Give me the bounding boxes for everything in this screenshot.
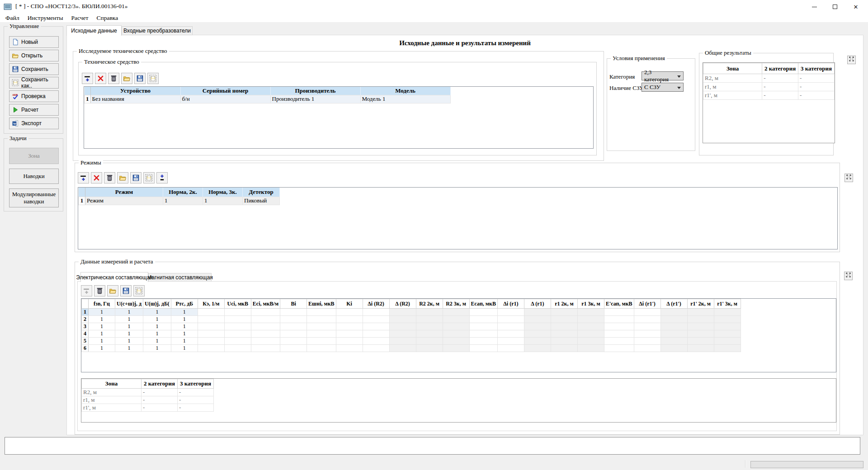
- table-cell[interactable]: [251, 338, 280, 345]
- table-cell[interactable]: [604, 330, 634, 338]
- plus-minus-button[interactable]: [156, 172, 168, 183]
- table-cell[interactable]: [363, 309, 389, 316]
- save-as-button[interactable]: [133, 285, 145, 296]
- table-cell[interactable]: [660, 330, 687, 338]
- save-button[interactable]: [120, 285, 132, 296]
- szu-dropdown[interactable]: С СЗУ: [642, 83, 684, 92]
- table-cell[interactable]: [443, 309, 469, 316]
- table-cell[interactable]: [714, 309, 741, 316]
- table-cell[interactable]: [497, 345, 524, 352]
- table-cell[interactable]: [389, 323, 416, 330]
- main-tab-2[interactable]: Входные преобразователи: [122, 26, 193, 35]
- task-button-navodki[interactable]: Наводки: [9, 169, 59, 184]
- add-row-button[interactable]: [78, 172, 89, 183]
- table-cell[interactable]: [524, 323, 551, 330]
- table-cell[interactable]: [280, 323, 307, 330]
- table-cell[interactable]: [469, 330, 497, 338]
- table-cell[interactable]: [224, 338, 251, 345]
- measurements-tab-2[interactable]: Магнитная составляющая: [148, 273, 212, 282]
- table-cell[interactable]: Модель 1: [360, 95, 450, 103]
- table-cell[interactable]: [443, 338, 469, 345]
- clear-button[interactable]: [94, 285, 105, 296]
- save-button[interactable]: [130, 172, 142, 183]
- table-cell[interactable]: [634, 309, 660, 316]
- table-cell[interactable]: [714, 330, 741, 338]
- sidebar-button-new-document[interactable]: Новый: [9, 36, 59, 48]
- table-cell[interactable]: [307, 338, 336, 345]
- table-cell[interactable]: [551, 338, 577, 345]
- table-cell[interactable]: [363, 345, 389, 352]
- table-cell[interactable]: [251, 323, 280, 330]
- expand-modes-button[interactable]: [844, 174, 853, 182]
- task-button-mod-navodki[interactable]: Модулированные наводки: [9, 188, 59, 207]
- table-cell[interactable]: [198, 330, 224, 338]
- table-cell[interactable]: 1: [143, 330, 171, 338]
- table-cell[interactable]: [416, 338, 443, 345]
- table-cell[interactable]: [469, 345, 497, 352]
- table-cell[interactable]: [280, 345, 307, 352]
- table-cell[interactable]: [416, 316, 443, 323]
- menu-справка[interactable]: Справка: [94, 14, 123, 22]
- table-cell[interactable]: [389, 309, 416, 316]
- table-cell[interactable]: [604, 309, 634, 316]
- table-cell[interactable]: Производитель 1: [270, 95, 360, 103]
- table-cell[interactable]: [497, 316, 524, 323]
- table-cell[interactable]: 1: [143, 338, 171, 345]
- menu-расчет[interactable]: Расчет: [69, 14, 94, 22]
- open-folder-button[interactable]: [117, 172, 128, 183]
- open-folder-button[interactable]: [121, 73, 132, 84]
- add-row-button[interactable]: [82, 73, 93, 84]
- sidebar-button-export-word[interactable]: WЭкспорт: [9, 118, 59, 129]
- maximize-button[interactable]: [825, 0, 845, 14]
- table-cell[interactable]: [336, 345, 363, 352]
- table-cell[interactable]: [363, 316, 389, 323]
- table-cell[interactable]: [660, 309, 687, 316]
- expand-measurements-button[interactable]: [844, 272, 853, 280]
- table-cell[interactable]: [469, 316, 497, 323]
- table-cell[interactable]: 1: [171, 309, 198, 316]
- table-cell[interactable]: [336, 309, 363, 316]
- table-cell[interactable]: [687, 309, 714, 316]
- table-cell[interactable]: [416, 323, 443, 330]
- clear-button[interactable]: [108, 73, 119, 84]
- table-cell[interactable]: [714, 323, 741, 330]
- save-as-button[interactable]: [143, 172, 155, 183]
- close-button[interactable]: ✕: [845, 0, 866, 14]
- sidebar-button-open-folder[interactable]: Открыть: [9, 50, 59, 61]
- table-cell[interactable]: [604, 323, 634, 330]
- table-cell[interactable]: 1: [143, 323, 171, 330]
- sidebar-button-save-as[interactable]: Сохранить как..: [9, 77, 59, 89]
- table-cell[interactable]: [224, 323, 251, 330]
- table-cell[interactable]: [604, 316, 634, 323]
- table-cell[interactable]: [634, 330, 660, 338]
- table-cell[interactable]: [604, 338, 634, 345]
- table-cell[interactable]: [660, 338, 687, 345]
- table-cell[interactable]: [251, 345, 280, 352]
- table-cell[interactable]: [363, 323, 389, 330]
- main-tab-1[interactable]: Исходные данные: [66, 25, 122, 36]
- table-cell[interactable]: 1: [115, 338, 143, 345]
- table-cell[interactable]: [497, 309, 524, 316]
- menu-инструменты[interactable]: Инструменты: [25, 14, 69, 22]
- table-cell[interactable]: [307, 323, 336, 330]
- table-cell[interactable]: [551, 316, 577, 323]
- table-cell[interactable]: [443, 316, 469, 323]
- minimize-button[interactable]: [804, 0, 825, 14]
- table-cell[interactable]: [634, 345, 660, 352]
- table-cell[interactable]: [551, 345, 577, 352]
- table-cell[interactable]: [604, 345, 634, 352]
- table-cell[interactable]: [687, 345, 714, 352]
- save-as-button[interactable]: [147, 73, 159, 84]
- table-cell[interactable]: [198, 316, 224, 323]
- table-cell[interactable]: [524, 338, 551, 345]
- table-cell[interactable]: [224, 330, 251, 338]
- table-cell[interactable]: [251, 330, 280, 338]
- table-cell[interactable]: 1: [163, 197, 203, 205]
- table-cell[interactable]: [198, 338, 224, 345]
- table-cell[interactable]: [577, 345, 604, 352]
- table-cell[interactable]: [497, 338, 524, 345]
- table-cell[interactable]: [577, 330, 604, 338]
- table-cell[interactable]: [307, 309, 336, 316]
- table-cell[interactable]: [307, 330, 336, 338]
- table-cell[interactable]: [660, 345, 687, 352]
